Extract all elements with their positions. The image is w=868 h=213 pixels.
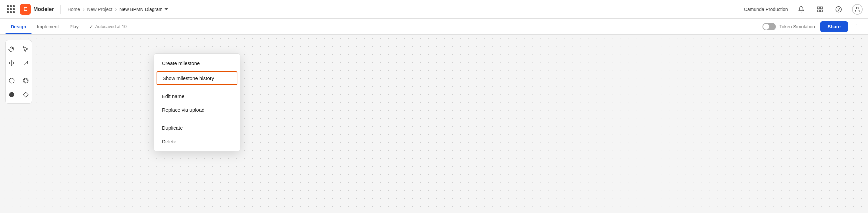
top-nav-bar: C Modeler Home › New Project › New BPMN … — [0, 0, 868, 19]
breadcrumb-sep-2: › — [115, 6, 117, 12]
svg-point-10 — [24, 79, 27, 82]
edit-name-label: Edit name — [162, 93, 185, 99]
share-button[interactable]: Share — [820, 21, 848, 32]
autosave-text: Autosaved at 10 — [95, 24, 127, 29]
token-simulation-toggle[interactable] — [763, 23, 776, 30]
tab-bar: Design Implement Play ✓ Autosaved at 10 … — [0, 19, 868, 35]
more-options-icon[interactable]: ⋮ — [851, 22, 863, 32]
svg-point-11 — [9, 92, 14, 97]
duplicate-item[interactable]: Duplicate — [154, 121, 240, 135]
svg-marker-12 — [23, 92, 28, 97]
nav-divider — [60, 5, 61, 14]
tab-play[interactable]: Play — [64, 19, 84, 34]
edit-name-item[interactable]: Edit name — [154, 89, 240, 103]
svg-rect-0 — [817, 7, 819, 9]
pan-tool-button[interactable] — [6, 57, 18, 69]
avatar-icon[interactable] — [852, 4, 863, 15]
show-milestone-history-item[interactable]: Show milestone history — [157, 71, 237, 85]
double-circle-tool-button[interactable] — [20, 75, 32, 87]
toggle-knob — [763, 24, 769, 30]
tool-panel — [5, 40, 32, 104]
bell-icon[interactable] — [796, 4, 807, 15]
svg-rect-1 — [820, 7, 823, 9]
tool-row-3 — [6, 75, 32, 87]
svg-rect-2 — [817, 10, 819, 12]
breadcrumb-home[interactable]: Home — [67, 7, 80, 12]
tab-implement[interactable]: Implement — [32, 19, 64, 34]
tab-design-label: Design — [11, 24, 26, 29]
filled-circle-tool-button[interactable] — [6, 89, 18, 101]
grid-menu-icon[interactable] — [5, 4, 16, 15]
create-milestone-label: Create milestone — [162, 60, 199, 66]
breadcrumb-current-label: New BPMN Diagram — [120, 7, 163, 12]
checkmark-icon: ✓ — [89, 24, 93, 29]
chevron-down-icon — [164, 8, 168, 10]
svg-point-8 — [9, 78, 14, 83]
svg-point-6 — [856, 7, 858, 9]
delete-item[interactable]: Delete — [154, 135, 240, 148]
hand-tool-button[interactable] — [6, 43, 18, 55]
diagram-dropdown-menu: Create milestone Show milestone history … — [154, 53, 240, 151]
svg-rect-3 — [820, 10, 823, 12]
svg-line-7 — [24, 61, 28, 65]
breadcrumb-project[interactable]: New Project — [87, 7, 112, 12]
tool-row-4 — [6, 89, 32, 101]
building-icon[interactable] — [814, 4, 825, 15]
replace-via-upload-item[interactable]: Replace via upload — [154, 103, 240, 117]
tab-design[interactable]: Design — [5, 19, 32, 34]
tab-play-label: Play — [69, 24, 79, 29]
breadcrumb: Home › New Project › New BPMN Diagram — [67, 6, 168, 12]
tab-implement-label: Implement — [37, 24, 59, 29]
menu-divider-1 — [154, 87, 240, 87]
show-milestone-history-label: Show milestone history — [163, 75, 214, 81]
token-simulation-label: Token Simulation — [779, 24, 815, 29]
app-name: Modeler — [33, 6, 54, 12]
delete-label: Delete — [162, 139, 176, 144]
menu-divider-2 — [154, 119, 240, 119]
canvas-area: Create milestone Show milestone history … — [0, 35, 868, 213]
toolbar-divider — [9, 72, 28, 72]
logo-box: C — [20, 4, 31, 15]
nav-right: Camunda Production — [744, 4, 863, 15]
tool-row-1 — [6, 43, 32, 55]
breadcrumb-sep-1: › — [83, 6, 85, 12]
help-icon[interactable] — [833, 4, 844, 15]
replace-via-upload-label: Replace via upload — [162, 107, 205, 113]
env-label: Camunda Production — [744, 7, 788, 12]
logo-letter: C — [23, 6, 27, 12]
diamond-tool-button[interactable] — [20, 89, 32, 101]
tool-row-2 — [6, 57, 32, 69]
circle-tool-button[interactable] — [6, 75, 18, 87]
duplicate-label: Duplicate — [162, 125, 183, 131]
select-tool-button[interactable] — [20, 43, 32, 55]
autosave-status: ✓ Autosaved at 10 — [89, 24, 127, 29]
token-simulation-toggle-area: Token Simulation — [763, 23, 815, 30]
breadcrumb-current[interactable]: New BPMN Diagram — [120, 7, 168, 12]
create-milestone-item[interactable]: Create milestone — [154, 56, 240, 70]
arrow-tool-button[interactable] — [20, 57, 32, 69]
